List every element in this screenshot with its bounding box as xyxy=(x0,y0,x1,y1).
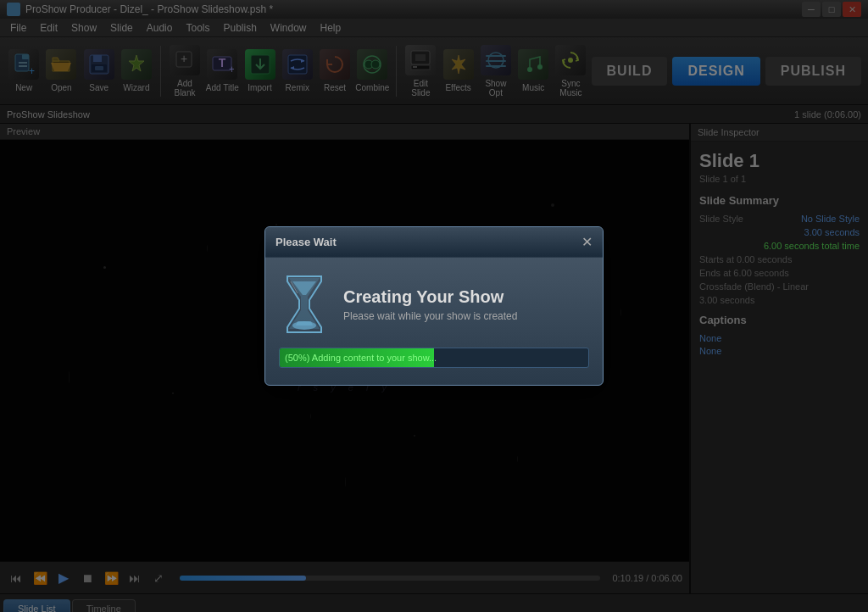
modal-close-button[interactable]: ✕ xyxy=(581,234,593,250)
creating-title: Creating Your Show xyxy=(343,287,517,307)
modal-titlebar: Please Wait ✕ xyxy=(265,227,603,258)
modal-title: Please Wait xyxy=(275,236,337,248)
hourglass-icon xyxy=(279,275,330,334)
modal-dialog: Please Wait ✕ xyxy=(264,226,604,386)
creating-sub: Please wait while your show is created xyxy=(343,310,517,322)
modal-overlay: Please Wait ✕ xyxy=(0,0,868,612)
modal-body: Creating Your Show Please wait while you… xyxy=(265,258,603,385)
modal-content-row: Creating Your Show Please wait while you… xyxy=(279,275,589,334)
modal-progress-container: (50%) Adding content to your show... xyxy=(279,348,589,368)
modal-progress-label: (50%) Adding content to your show... xyxy=(280,348,588,367)
modal-text-block: Creating Your Show Please wait while you… xyxy=(343,287,517,322)
